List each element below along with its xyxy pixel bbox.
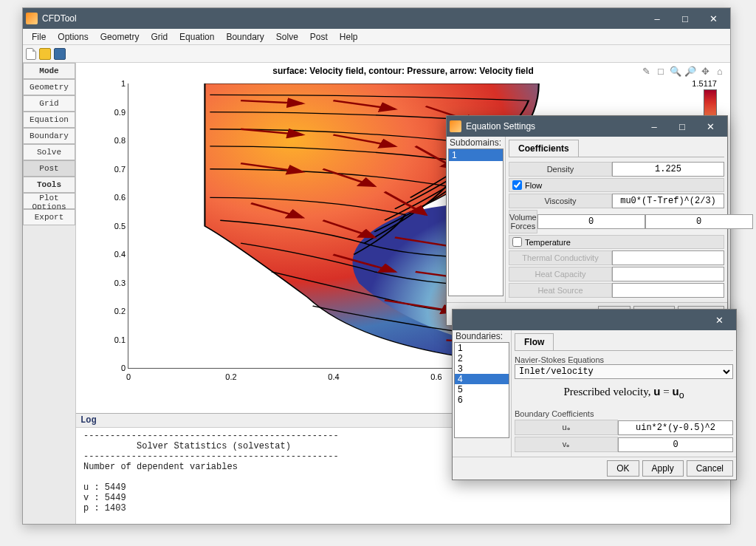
temperature-checkbox[interactable] xyxy=(512,237,522,247)
minimize-button[interactable]: – xyxy=(643,8,671,29)
rect-zoom-icon[interactable]: □ xyxy=(655,66,667,77)
eq-close-button[interactable]: ✕ xyxy=(696,116,724,137)
flow-checkbox[interactable] xyxy=(512,180,522,190)
tool-export[interactable]: Export xyxy=(23,209,75,225)
boundary-item[interactable]: 6 xyxy=(455,395,509,405)
eqset-label: Navier-Stokes Equations xyxy=(515,355,733,364)
ytick: 0.1 xyxy=(106,335,126,344)
subdomain-item[interactable]: 1 xyxy=(449,149,503,161)
zoom-in-icon[interactable]: 🔍 xyxy=(670,66,681,77)
mode-solve[interactable]: Solve xyxy=(23,144,75,160)
eq-minimize-button[interactable]: – xyxy=(640,116,668,137)
eq-maximize-button[interactable]: □ xyxy=(668,116,696,137)
bnd-cancel-button[interactable]: Cancel xyxy=(687,460,733,477)
zoom-out-icon[interactable]: 🔎 xyxy=(684,66,696,77)
boundary-coeff-heading: Boundary Coefficients xyxy=(515,409,733,418)
thermcond-label: Thermal Conductivity xyxy=(509,250,612,265)
subdomains-label: Subdomains: xyxy=(447,137,505,149)
app-icon xyxy=(26,13,38,24)
temperature-checkbox-row[interactable]: Temperature xyxy=(509,235,724,249)
boundaries-panel: Boundaries: 1 2 3 4 5 6 xyxy=(453,330,512,457)
sidebar: Mode Geometry Grid Equation Boundary Sol… xyxy=(23,63,76,524)
mode-grid[interactable]: Grid xyxy=(23,95,75,112)
menu-file[interactable]: File xyxy=(26,30,52,44)
bnd-ok-button[interactable]: OK xyxy=(607,460,639,477)
ytick: 0.7 xyxy=(106,165,126,174)
subdomains-list[interactable]: 1 xyxy=(448,149,504,296)
menu-options[interactable]: Options xyxy=(52,30,94,44)
temperature-label: Temperature xyxy=(525,238,571,247)
brush-icon[interactable]: ✎ xyxy=(640,66,652,77)
close-button[interactable]: ✕ xyxy=(699,8,727,29)
bctype-select[interactable]: Inlet/velocity xyxy=(515,364,733,379)
menu-geometry[interactable]: Geometry xyxy=(94,30,145,44)
boundary-item[interactable]: 3 xyxy=(455,364,509,374)
bnd-apply-button[interactable]: Apply xyxy=(642,460,684,477)
plot-toolbar: ✎ □ 🔍 🔎 ✥ ⌂ xyxy=(640,66,726,77)
menu-post[interactable]: Post xyxy=(304,30,334,44)
menubar: File Options Geometry Grid Equation Boun… xyxy=(23,29,730,45)
save-file-icon[interactable] xyxy=(54,48,66,60)
viscosity-label: Viscosity xyxy=(509,194,612,208)
menu-grid[interactable]: Grid xyxy=(145,30,173,44)
eq-titlebar[interactable]: Equation Settings – □ ✕ xyxy=(447,116,727,137)
ytick: 0.5 xyxy=(106,222,126,231)
open-file-icon[interactable] xyxy=(39,48,51,60)
mode-post[interactable]: Post xyxy=(23,160,75,177)
ytick: 1 xyxy=(106,79,126,88)
mode-boundary[interactable]: Boundary xyxy=(23,128,75,144)
boundary-settings-dialog: ✕ Boundaries: 1 2 3 4 5 6 Flow Navier-St… xyxy=(452,309,737,480)
boundaries-list[interactable]: 1 2 3 4 5 6 xyxy=(454,342,509,438)
ytick: 0.9 xyxy=(106,108,126,117)
tool-plot-options[interactable]: Plot Options xyxy=(23,193,75,209)
ytick: 0.6 xyxy=(106,193,126,202)
mode-geometry[interactable]: Geometry xyxy=(23,79,75,95)
boundary-item[interactable]: 4 xyxy=(455,374,509,384)
tab-coefficients[interactable]: Coefficients xyxy=(509,140,579,157)
menu-solve[interactable]: Solve xyxy=(270,30,304,44)
tab-flow[interactable]: Flow xyxy=(515,333,554,350)
menu-equation[interactable]: Equation xyxy=(173,30,220,44)
ytick: 0 xyxy=(106,364,126,372)
xtick: 0.6 xyxy=(430,372,441,381)
bnd-button-bar: OK Apply Cancel xyxy=(453,457,736,480)
boundary-item[interactable]: 1 xyxy=(455,343,509,353)
mode-equation[interactable]: Equation xyxy=(23,112,75,128)
ytick: 0.8 xyxy=(106,136,126,145)
subdomains-panel: Subdomains: 1 xyxy=(447,137,506,302)
heatcap-label: Heat Capacity xyxy=(509,267,612,281)
menu-boundary[interactable]: Boundary xyxy=(220,30,269,44)
bnd-titlebar[interactable]: ✕ xyxy=(453,310,736,330)
tools-heading: Tools xyxy=(23,177,75,193)
xtick: 0.2 xyxy=(225,372,236,381)
viscosity-input[interactable] xyxy=(612,194,724,208)
flow-checkbox-row[interactable]: Flow xyxy=(509,178,724,192)
main-titlebar[interactable]: CFDTool – □ ✕ xyxy=(23,8,730,29)
vo-input[interactable] xyxy=(618,437,733,452)
uo-input[interactable] xyxy=(618,420,733,435)
density-label: Density xyxy=(509,162,612,177)
colorbar-max: 1.5117 xyxy=(692,79,717,88)
ytick: 0.2 xyxy=(106,307,126,315)
volforce-y-input[interactable] xyxy=(645,214,753,229)
toolbar xyxy=(23,45,730,63)
menu-help[interactable]: Help xyxy=(334,30,364,44)
volforce-x-input[interactable] xyxy=(537,214,645,229)
heatcap-input xyxy=(612,267,724,281)
density-input[interactable] xyxy=(612,162,724,177)
boundary-item[interactable]: 5 xyxy=(455,384,509,395)
bnd-close-button[interactable]: ✕ xyxy=(705,310,733,330)
new-file-icon[interactable] xyxy=(26,48,36,60)
home-icon[interactable]: ⌂ xyxy=(714,66,726,77)
volforce-label: Volume Forces xyxy=(509,210,537,233)
equation-settings-dialog: Equation Settings – □ ✕ Subdomains: 1 Co… xyxy=(446,115,728,326)
maximize-button[interactable]: □ xyxy=(671,8,699,29)
heatsrc-label: Heat Source xyxy=(509,283,612,298)
app-title: CFDTool xyxy=(42,13,643,24)
vo-label: vₒ xyxy=(515,437,618,452)
ytick: 0.4 xyxy=(106,250,126,259)
pan-icon[interactable]: ✥ xyxy=(699,66,711,77)
heatsrc-input xyxy=(612,283,724,298)
boundary-item[interactable]: 2 xyxy=(455,353,509,364)
thermcond-input xyxy=(612,250,724,265)
